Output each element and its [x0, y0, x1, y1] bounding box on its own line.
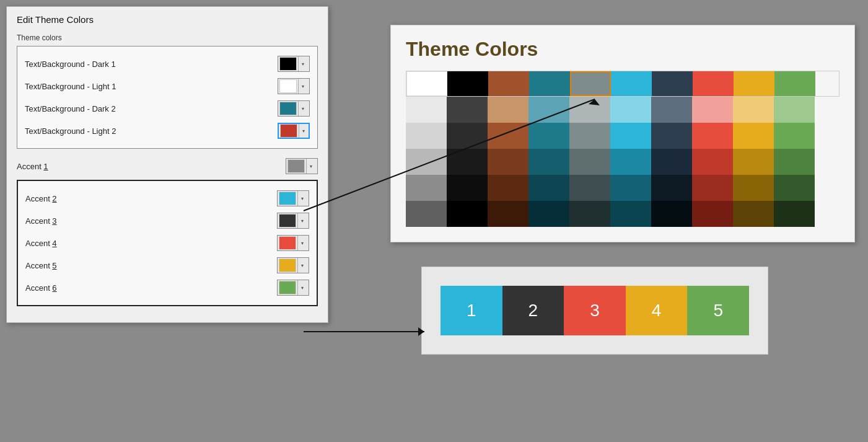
top-color-5[interactable] [611, 71, 652, 96]
accent5-dropdown-arrow[interactable]: ▾ [297, 258, 306, 273]
accent3-dropdown-arrow[interactable]: ▾ [297, 213, 306, 228]
dark2-dropdown-arrow[interactable]: ▾ [298, 101, 307, 116]
accent5-label: Accent 5 [25, 261, 277, 270]
shade-5-3[interactable] [610, 175, 651, 201]
accent6-swatch [279, 281, 296, 294]
shade-9-4[interactable] [774, 201, 815, 227]
accent4-label: Accent 4 [25, 239, 277, 248]
shade-9-2[interactable] [774, 149, 815, 175]
light2-label: Text/Background - Light 2 [25, 126, 278, 136]
top-color-6[interactable] [652, 71, 693, 96]
top-color-4[interactable] [570, 71, 611, 96]
accent2-color-btn[interactable]: ▾ [277, 190, 309, 206]
accent-block-2: 2 [502, 286, 564, 335]
shade-9-0[interactable] [774, 97, 815, 123]
light2-color-btn[interactable]: ▾ [278, 123, 310, 139]
shade-3-4[interactable] [528, 201, 569, 227]
light1-dropdown-arrow[interactable]: ▾ [298, 79, 307, 94]
top-color-1[interactable] [447, 71, 488, 96]
shade-1-2[interactable] [447, 149, 488, 175]
dark1-dropdown-arrow[interactable]: ▾ [298, 56, 307, 71]
shade-8-3[interactable] [733, 175, 774, 201]
dark2-swatch [279, 102, 297, 115]
shade-1-4[interactable] [447, 201, 488, 227]
shade-7-2[interactable] [692, 149, 733, 175]
shade-7-3[interactable] [692, 175, 733, 201]
shade-3-1[interactable] [528, 123, 569, 149]
shade-6-4[interactable] [651, 201, 692, 227]
shade-4-1[interactable] [569, 123, 610, 149]
shade-6-2[interactable] [651, 149, 692, 175]
accent2-dropdown-arrow[interactable]: ▾ [297, 191, 306, 206]
accent5-color-btn[interactable]: ▾ [277, 257, 309, 273]
dark1-color-btn[interactable]: ▾ [278, 56, 310, 72]
shade-7-1[interactable] [692, 123, 733, 149]
shade-9-1[interactable] [774, 123, 815, 149]
shade-1-1[interactable] [447, 123, 488, 149]
shade-col-7 [692, 97, 733, 227]
top-color-7[interactable] [693, 71, 734, 96]
light1-color-btn[interactable]: ▾ [278, 78, 310, 94]
accent2-label: Accent 2 [25, 194, 277, 203]
shade-5-4[interactable] [610, 201, 651, 227]
accent6-color-btn[interactable]: ▾ [277, 280, 309, 296]
shade-7-0[interactable] [692, 97, 733, 123]
shade-0-3[interactable] [406, 175, 447, 201]
shade-4-4[interactable] [569, 201, 610, 227]
top-color-0[interactable] [406, 71, 447, 96]
theme-colors-section-label: Theme colors [17, 33, 318, 42]
top-color-9[interactable] [774, 71, 815, 96]
light2-dropdown-arrow[interactable]: ▾ [299, 124, 307, 138]
shade-6-0[interactable] [651, 97, 692, 123]
shade-6-1[interactable] [651, 123, 692, 149]
shade-2-0[interactable] [488, 97, 528, 123]
shade-0-4[interactable] [406, 201, 447, 227]
shade-5-1[interactable] [610, 123, 651, 149]
shade-5-0[interactable] [610, 97, 651, 123]
shade-6-3[interactable] [651, 175, 692, 201]
shade-0-0[interactable] [406, 97, 447, 123]
color-row-dark1: Text/Background - Dark 1 ▾ [25, 53, 310, 75]
shade-4-0[interactable] [569, 97, 610, 123]
shade-9-3[interactable] [774, 175, 815, 201]
shade-1-0[interactable] [447, 97, 488, 123]
shade-8-0[interactable] [733, 97, 774, 123]
shade-2-3[interactable] [488, 175, 528, 201]
edit-theme-colors-dialog: Edit Theme Colors Theme colors Text/Back… [6, 6, 328, 323]
shade-col-6 [651, 97, 692, 227]
shade-7-4[interactable] [692, 201, 733, 227]
accent6-dropdown-arrow[interactable]: ▾ [297, 280, 306, 295]
shade-5-2[interactable] [610, 149, 651, 175]
accent4-color-btn[interactable]: ▾ [277, 235, 309, 251]
top-color-3[interactable] [529, 71, 570, 96]
shade-4-2[interactable] [569, 149, 610, 175]
shade-8-2[interactable] [733, 149, 774, 175]
shade-3-2[interactable] [528, 149, 569, 175]
shade-1-3[interactable] [447, 175, 488, 201]
shade-4-3[interactable] [569, 175, 610, 201]
shade-8-4[interactable] [733, 201, 774, 227]
accent1-color-btn[interactable]: ▾ [286, 158, 318, 174]
accent2-row: Accent 2 ▾ [25, 187, 309, 210]
shade-col-5 [610, 97, 651, 227]
accent5-row: Accent 5 ▾ [25, 254, 309, 276]
top-color-2[interactable] [488, 71, 529, 96]
dark1-label: Text/Background - Dark 1 [25, 60, 278, 69]
shade-2-1[interactable] [488, 123, 528, 149]
accent3-label: Accent 3 [25, 216, 277, 226]
accent1-dropdown-arrow[interactable]: ▾ [306, 159, 315, 174]
accent4-dropdown-arrow[interactable]: ▾ [297, 236, 306, 250]
accent-block-5: 5 [687, 286, 749, 335]
shade-0-1[interactable] [406, 123, 447, 149]
shade-3-0[interactable] [528, 97, 569, 123]
dark2-color-btn[interactable]: ▾ [278, 100, 310, 117]
shade-8-1[interactable] [733, 123, 774, 149]
accent3-row: Accent 3 ▾ [25, 210, 309, 232]
shade-2-4[interactable] [488, 201, 528, 227]
top-color-8[interactable] [734, 71, 774, 96]
shade-2-2[interactable] [488, 149, 528, 175]
shade-3-3[interactable] [528, 175, 569, 201]
accent3-color-btn[interactable]: ▾ [277, 213, 309, 229]
shade-0-2[interactable] [406, 149, 447, 175]
accent6-row: Accent 6 ▾ [25, 276, 309, 299]
